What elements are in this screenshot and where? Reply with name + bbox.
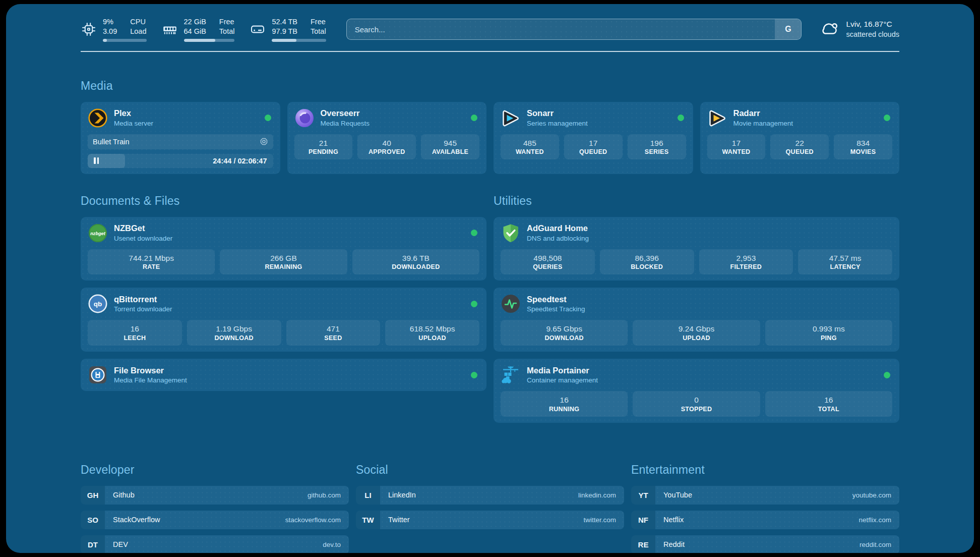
- stat-value: 47.57 ms: [800, 253, 890, 264]
- memory-total-value: 64 GiB: [184, 27, 206, 36]
- cpu-stat: 9% 3.09 CPU Load: [81, 17, 147, 42]
- stat-box: 1.19 GbpsDOWNLOAD: [187, 320, 281, 346]
- disk-progress-bar: [272, 39, 326, 42]
- stat-box: 16LEECH: [88, 320, 182, 346]
- stat-box: 22QUEUED: [770, 134, 829, 160]
- service-card-radarr[interactable]: Radarr Movie management 17WANTED 22QUEUE…: [700, 102, 900, 174]
- stat-label: WANTED: [709, 148, 764, 155]
- bookmark-dev[interactable]: DT DEVdev.to: [81, 535, 349, 553]
- adguard-icon: [501, 223, 521, 243]
- stat-box: 2,953FILTERED: [699, 249, 793, 275]
- cpu-usage-value: 9%: [103, 17, 117, 27]
- memory-stat: 22 GiB 64 GiB Free Total: [162, 17, 235, 42]
- stat-label: REMAINING: [222, 263, 345, 270]
- bookmark-name: Netflix: [663, 516, 684, 524]
- now-playing-options-icon[interactable]: [260, 137, 268, 146]
- stat-value: 498,508: [503, 253, 593, 264]
- bookmark-twitter[interactable]: TW Twittertwitter.com: [356, 511, 624, 529]
- bookmark-domain: twitter.com: [583, 516, 616, 524]
- bookmark-youtube[interactable]: YT YouTubeyoutube.com: [631, 486, 899, 505]
- service-card-nzbget[interactable]: nzbget NZBGet Usenet downloader 744.21 M…: [81, 217, 486, 281]
- service-subtitle: Media Requests: [321, 119, 465, 128]
- bookmark-domain: github.com: [308, 491, 341, 499]
- player-progress-bar: 24:44 / 02:06:47: [88, 154, 273, 168]
- dashboard: 9% 3.09 CPU Load: [6, 4, 974, 553]
- stat-label: QUEUED: [772, 148, 827, 155]
- stat-box: 266 GBREMAINING: [220, 249, 347, 275]
- stat-label: DOWNLOADED: [354, 263, 477, 270]
- cloud-icon: [819, 18, 840, 41]
- disk-total-label: Total: [311, 27, 326, 36]
- bookmark-github[interactable]: GH Githubgithub.com: [81, 486, 349, 505]
- stat-value: 40: [359, 138, 414, 149]
- cpu-usage-label: CPU: [130, 17, 146, 27]
- bookmark-domain: reddit.com: [860, 541, 891, 548]
- stat-label: QUEUED: [566, 148, 621, 155]
- service-subtitle: Container management: [527, 376, 878, 385]
- stat-box: 9.24 GbpsUPLOAD: [633, 320, 760, 346]
- memory-progress-bar: [184, 39, 235, 42]
- top-bar: 9% 3.09 CPU Load: [81, 17, 899, 42]
- bookmark-domain: dev.to: [323, 541, 341, 548]
- pause-icon[interactable]: [88, 154, 99, 168]
- bookmark-domain: youtube.com: [852, 491, 891, 499]
- nzbget-icon: nzbget: [88, 223, 108, 243]
- filebrowser-icon: [88, 365, 108, 385]
- bookmark-name: StackOverflow: [113, 516, 160, 524]
- stat-label: LEECH: [90, 335, 180, 342]
- stat-value: 22: [772, 138, 827, 149]
- service-card-adguard[interactable]: AdGuard Home DNS and adblocking 498,508Q…: [494, 217, 899, 281]
- service-card-speedtest[interactable]: Speedtest Speedtest Tracking 9.65 GbpsDO…: [494, 288, 899, 352]
- stat-label: DOWNLOAD: [189, 335, 279, 342]
- stat-value: 17: [566, 138, 621, 149]
- service-card-portainer[interactable]: Media Portainer Container management 16R…: [494, 359, 899, 423]
- stat-value: 1.19 Gbps: [189, 323, 279, 335]
- service-name: Media Portainer: [527, 365, 878, 376]
- stat-box: 471SEED: [286, 320, 381, 346]
- svg-text:nzbget: nzbget: [90, 231, 106, 236]
- service-card-filebrowser[interactable]: File Browser Media File Management: [81, 359, 486, 391]
- bookmark-reddit[interactable]: RE Redditreddit.com: [631, 535, 899, 553]
- service-card-plex[interactable]: Plex Media server Bullet Train 24:44 / 0…: [81, 102, 280, 174]
- stat-label: UPLOAD: [635, 335, 758, 342]
- stat-label: DOWNLOAD: [503, 335, 626, 342]
- status-dot: [471, 115, 477, 121]
- stat-label: PENDING: [296, 148, 351, 155]
- stat-value: 9.65 Gbps: [503, 323, 626, 335]
- disk-stat: 52.4 TB 97.9 TB Free Total: [250, 17, 326, 42]
- status-dot: [471, 230, 477, 236]
- search-bar: G: [346, 19, 802, 40]
- system-stats: 9% 3.09 CPU Load: [81, 17, 326, 42]
- service-name: Sonarr: [527, 108, 671, 119]
- stat-box: 21PENDING: [294, 134, 353, 160]
- stat-label: RUNNING: [503, 406, 626, 413]
- stat-value: 0.993 ms: [767, 323, 890, 335]
- stat-value: 485: [503, 138, 557, 149]
- bookmark-group-developer: Developer GH Githubgithub.com SO StackOv…: [81, 463, 349, 553]
- section-title-files: Documents & Files: [81, 194, 486, 208]
- search-provider-button[interactable]: G: [775, 19, 801, 39]
- service-card-sonarr[interactable]: Sonarr Series management 485WANTED 17QUE…: [494, 102, 693, 174]
- bookmark-abbr: SO: [81, 511, 105, 529]
- bookmark-stackoverflow[interactable]: SO StackOverflowstackoverflow.com: [81, 511, 349, 529]
- service-card-overseerr[interactable]: Overseerr Media Requests 21PENDING 40APP…: [287, 102, 487, 174]
- stat-value: 86,396: [602, 253, 692, 264]
- bookmark-abbr: RE: [631, 535, 655, 553]
- section-title-media: Media: [81, 79, 899, 93]
- stat-label: APPROVED: [359, 148, 414, 155]
- disk-icon: [250, 21, 266, 37]
- bookmark-netflix[interactable]: NF Netflixnetflix.com: [631, 511, 899, 529]
- stat-box: 40APPROVED: [357, 134, 416, 160]
- search-input[interactable]: [347, 19, 775, 39]
- stat-box: 618.52 MbpsUPLOAD: [385, 320, 479, 346]
- bookmark-linkedin[interactable]: LI LinkedInlinkedin.com: [356, 486, 624, 505]
- qbittorrent-icon: qb: [88, 294, 108, 314]
- stat-label: PING: [767, 335, 890, 342]
- stat-box: 744.21 MbpsRATE: [88, 249, 215, 275]
- service-name: NZBGet: [114, 223, 465, 234]
- service-card-qbittorrent[interactable]: qb qBittorrent Torrent downloader 16LEEC…: [81, 288, 486, 352]
- bookmark-name: Reddit: [663, 540, 685, 548]
- cpu-load-label: Load: [130, 27, 146, 36]
- stat-label: AVAILABLE: [423, 148, 477, 155]
- bookmark-name: YouTube: [663, 491, 692, 499]
